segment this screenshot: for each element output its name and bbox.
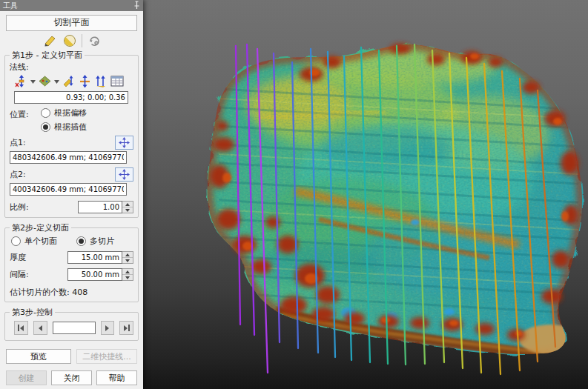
thickness-input[interactable] xyxy=(67,251,122,264)
radio-circle[interactable] xyxy=(41,108,50,118)
radio-by-interpolation[interactable]: 根据插值 xyxy=(41,122,87,133)
radio-single-section[interactable]: 单个切面 xyxy=(11,236,57,247)
toolbar-separator xyxy=(82,34,82,47)
radio-by-offset[interactable]: 根据偏移 xyxy=(41,107,87,119)
panel-titlebar[interactable]: 工具 xyxy=(0,0,143,11)
point1-label: 点1: xyxy=(10,137,26,148)
normal-axis-icon[interactable] xyxy=(14,74,28,88)
step2-legend: 第2步-定义切面 xyxy=(10,222,71,233)
spacing-spinner xyxy=(67,268,133,281)
normal-brush-icon[interactable] xyxy=(62,74,76,88)
normal-label: 法线: xyxy=(10,61,133,73)
create-button[interactable]: 创建 xyxy=(6,370,47,385)
step1-legend: 第1步 - 定义切平面 xyxy=(10,50,85,61)
thickness-spin-up[interactable] xyxy=(122,252,133,257)
2d-quickline-button[interactable]: 二维快捷线... xyxy=(76,349,137,364)
point2-pick-button[interactable] xyxy=(115,167,133,182)
app-window: 工具 切割平面 第1步 - 定义切平面 xyxy=(0,0,588,389)
scale-input[interactable] xyxy=(78,201,122,213)
normal-two-arrows-icon[interactable] xyxy=(94,74,108,88)
point2-input[interactable] xyxy=(10,183,127,196)
scale-spin-down[interactable] xyxy=(122,207,133,213)
spacing-input[interactable] xyxy=(67,268,122,281)
pin-icon[interactable] xyxy=(133,1,140,11)
position-label: 位置: xyxy=(10,107,41,120)
normal-dialog-icon[interactable] xyxy=(110,76,124,87)
thickness-spinner xyxy=(67,251,133,264)
normal-vector-input[interactable] xyxy=(14,91,128,104)
step2-group: 第2步-定义切面 单个切面 多切片 厚度 xyxy=(4,222,139,302)
thickness-label: 厚度 xyxy=(10,252,26,263)
normal-axis-arrow-icon[interactable] xyxy=(78,74,92,88)
radio-multi-slice[interactable]: 多切片 xyxy=(76,236,114,247)
point2-label: 点2: xyxy=(10,169,26,180)
spacing-label: 间隔: xyxy=(10,269,29,280)
next-slice-button[interactable] xyxy=(101,321,115,335)
step3-group: 第3步-控制 xyxy=(4,307,139,341)
normal-tools-row xyxy=(10,73,133,90)
step1-group: 第1步 - 定义切平面 法线: xyxy=(4,50,139,218)
normal-plane-icon[interactable] xyxy=(38,74,52,88)
scale-label: 比例: xyxy=(10,202,29,213)
tools-panel: 工具 切割平面 第1步 - 定义切平面 xyxy=(0,0,143,389)
point1-input[interactable] xyxy=(10,151,127,164)
spacing-spin-up[interactable] xyxy=(122,269,133,274)
radio-circle[interactable] xyxy=(11,236,21,246)
slice-count-estimate: 估计切片的个数: 408 xyxy=(10,287,133,298)
help-button[interactable]: 帮助 xyxy=(96,370,137,385)
slice-playback-controls xyxy=(10,319,133,336)
rotate-hand-icon[interactable] xyxy=(87,34,101,47)
panel-title: 工具 xyxy=(3,1,18,11)
cutting-plane-toolbar xyxy=(4,32,139,50)
scale-spin-up[interactable] xyxy=(122,202,133,207)
thickness-spin-down[interactable] xyxy=(122,257,133,263)
sphere-icon[interactable] xyxy=(63,34,76,47)
first-slice-button[interactable] xyxy=(14,321,28,335)
step3-legend: 第3步-控制 xyxy=(10,307,55,318)
point1-pick-button[interactable] xyxy=(115,136,133,150)
radio-circle-checked[interactable] xyxy=(41,122,50,132)
dropdown-caret-icon[interactable] xyxy=(30,76,36,86)
last-slice-button[interactable] xyxy=(119,321,133,335)
dropdown-caret-icon[interactable] xyxy=(54,76,59,86)
slice-index-input[interactable] xyxy=(53,322,96,334)
scale-spinner xyxy=(78,201,133,213)
spacing-spin-down[interactable] xyxy=(122,274,133,280)
draw-plane-icon[interactable] xyxy=(43,34,58,47)
close-button[interactable]: 关闭 xyxy=(51,370,92,385)
radio-circle-checked[interactable] xyxy=(76,236,86,246)
tool-header: 切割平面 xyxy=(6,15,137,31)
preview-button[interactable]: 预览 xyxy=(6,349,71,364)
previous-slice-button[interactable] xyxy=(33,321,47,335)
